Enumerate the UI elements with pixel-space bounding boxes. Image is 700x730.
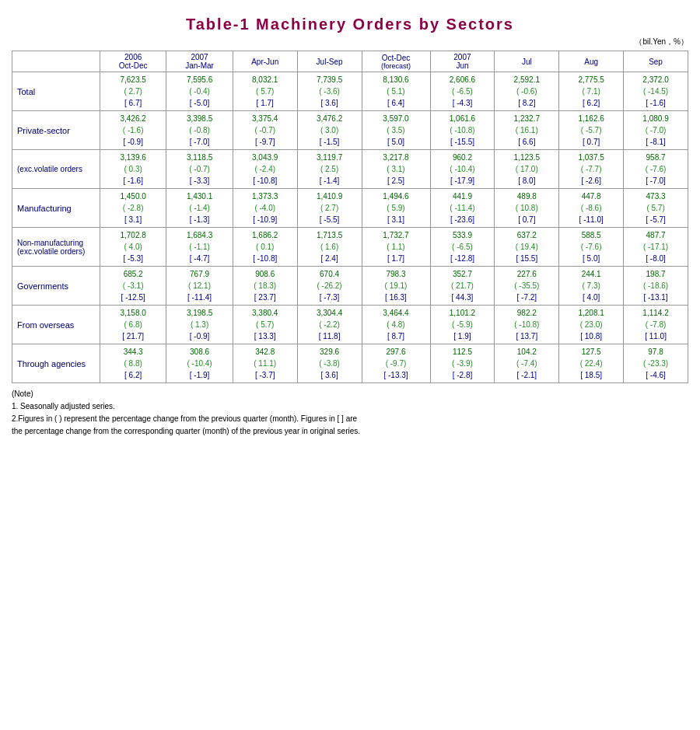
row-label-cell: Governments <box>12 267 100 306</box>
data-cell: 3,139.6( 0.3)[ -1.6] <box>100 150 166 189</box>
table-row: Private-sector3,426.2( -1.6)[ -0.9]3,398… <box>12 111 688 150</box>
col6-header: 2007 Jun <box>430 51 495 72</box>
data-cell: 908.6( 18.3)[ 23.7] <box>233 267 297 306</box>
table-row: From overseas3,158.0( 6.8)[ 21.7]3,198.5… <box>12 306 688 344</box>
data-cell: 441.9( -11.4)[ -23.6] <box>430 189 495 228</box>
table-row: (exc.volatile orders3,139.6( 0.3)[ -1.6]… <box>12 150 688 189</box>
data-cell: 1,713.5( 1.6)[ 2.4] <box>297 228 362 267</box>
notes-title: (Note) <box>12 388 688 400</box>
main-table: 2006 Oct-Dec 2007 Jan-Mar Apr-Jun Jul-Se… <box>12 51 688 383</box>
note-item: 1. Seasonally adjusted series. <box>12 400 688 413</box>
data-cell: 7,623.5( 2.7)[ 6.7] <box>100 72 166 111</box>
data-cell: 3,119.7( 2.5)[ -1.4] <box>297 150 362 189</box>
data-cell: 1,232.7( 16.1)[ 6.6] <box>495 111 559 150</box>
data-cell: 1,702.8( 4.0)[ -5.3] <box>100 228 166 267</box>
data-cell: 3,118.5( -0.7)[ -3.3] <box>166 150 233 189</box>
row-label-cell: Through agencies <box>12 344 100 383</box>
data-cell: 958.7( -7.6)[ -7.0] <box>624 150 688 189</box>
data-cell: 329.6( -3.8)[ 3.6] <box>297 344 362 383</box>
row-label-cell: (exc.volatile orders <box>12 150 100 189</box>
data-cell: 1,373.3( -4.0)[ -10.9] <box>233 189 297 228</box>
table-row: Total7,623.5( 2.7)[ 6.7]7,595.6( -0.4)[ … <box>12 72 688 111</box>
note-item: 2.Figures in ( ) represent the percentag… <box>12 413 688 425</box>
col1-header: 2006 Oct-Dec <box>100 51 166 72</box>
col7-header: Jul <box>495 51 559 72</box>
data-cell: 2,775.5( 7.1)[ 6.2] <box>559 72 624 111</box>
data-cell: 2,372.0( -14.5)[ -1.6] <box>624 72 688 111</box>
data-cell: 1,430.1( -1.4)[ -1.3] <box>166 189 233 228</box>
data-cell: 1,494.6( 5.9)[ 3.1] <box>362 189 430 228</box>
data-cell: 447.8( -8.6)[ -11.0] <box>559 189 624 228</box>
data-cell: 3,426.2( -1.6)[ -0.9] <box>100 111 166 150</box>
data-cell: 227.6( -35.5)[ -7.2] <box>495 267 559 306</box>
unit-label: （bil.Yen，%） <box>12 37 688 47</box>
data-cell: 8,130.6( 5.1)[ 6.4] <box>362 72 430 111</box>
col5-header: Oct-Dec (forecast) <box>362 51 430 72</box>
table-row: Through agencies344.3( 8.8)[ 6.2]308.6( … <box>12 344 688 383</box>
data-cell: 1,037.5( -7.7)[ -2.6] <box>559 150 624 189</box>
data-cell: 3,380.4( 5.7)[ 13.3] <box>233 306 297 344</box>
data-cell: 1,732.7( 1.1)[ 1.7] <box>362 228 430 267</box>
data-cell: 3,597.0( 3.5)[ 5.0] <box>362 111 430 150</box>
data-cell: 1,080.9( -7.0)[ -8.1] <box>624 111 688 150</box>
data-cell: 1,450.0( -2.8)[ 3.1] <box>100 189 166 228</box>
data-cell: 7,595.6( -0.4)[ -5.0] <box>166 72 233 111</box>
data-cell: 533.9( -6.5)[ -12.8] <box>430 228 495 267</box>
data-cell: 1,162.6( -5.7)[ 0.7] <box>559 111 624 150</box>
data-cell: 637.2( 19.4)[ 15.5] <box>495 228 559 267</box>
row-label-cell: From overseas <box>12 306 100 344</box>
data-cell: 1,061.6( -10.8)[ -15.5] <box>430 111 495 150</box>
row-label-cell: Total <box>12 72 100 111</box>
data-cell: 1,410.9( 2.7)[ -5.5] <box>297 189 362 228</box>
data-cell: 198.7( -18.6)[ -13.1] <box>624 267 688 306</box>
data-cell: 1,101.2( -5.9)[ 1.9] <box>430 306 495 344</box>
col8-header: Aug <box>559 51 624 72</box>
data-cell: 3,043.9( -2.4)[ -10.8] <box>233 150 297 189</box>
col9-header: Sep <box>624 51 688 72</box>
data-cell: 489.8( 10.8)[ 0.7] <box>495 189 559 228</box>
table-row: Manufacturing1,450.0( -2.8)[ 3.1]1,430.1… <box>12 189 688 228</box>
data-cell: 7,739.5( -3.6)[ 3.6] <box>297 72 362 111</box>
row-label-cell: Manufacturing <box>12 189 100 228</box>
data-cell: 342.8( 11.1)[ -3.7] <box>233 344 297 383</box>
data-cell: 3,375.4( -0.7)[ -9.7] <box>233 111 297 150</box>
data-cell: 1,684.3( -1.1)[ -4.7] <box>166 228 233 267</box>
data-cell: 97.8( -23.3)[ -4.6] <box>624 344 688 383</box>
data-cell: 473.3( 5.7)[ -5.7] <box>624 189 688 228</box>
col2-header: 2007 Jan-Mar <box>166 51 233 72</box>
data-cell: 798.3( 19.1)[ 16.3] <box>362 267 430 306</box>
data-cell: 960.2( -10.4)[ -17.9] <box>430 150 495 189</box>
page-title: Table-1 Machinery Orders by Sectors <box>12 16 688 33</box>
data-cell: 767.9( 12.1)[ -11.4] <box>166 267 233 306</box>
data-cell: 3,217.8( 3.1)[ 2.5] <box>362 150 430 189</box>
row-label-cell: Non-manufacturing (exc.volatile orders) <box>12 228 100 267</box>
col4-header: Jul-Sep <box>297 51 362 72</box>
data-cell: 1,114.2( -7.8)[ 11.0] <box>624 306 688 344</box>
data-cell: 670.4( -26.2)[ -7.3] <box>297 267 362 306</box>
data-cell: 1,208.1( 23.0)[ 10.8] <box>559 306 624 344</box>
data-cell: 244.1( 7.3)[ 4.0] <box>559 267 624 306</box>
data-cell: 2,592.1( -0.6)[ 8.2] <box>495 72 559 111</box>
col3-header: Apr-Jun <box>233 51 297 72</box>
data-cell: 2,606.6( -6.5)[ -4.3] <box>430 72 495 111</box>
data-cell: 685.2( -3.1)[ -12.5] <box>100 267 166 306</box>
data-cell: 308.6( -10.4)[ -1.9] <box>166 344 233 383</box>
data-cell: 1,686.2( 0.1)[ -10.8] <box>233 228 297 267</box>
data-cell: 104.2( -7.4)[ -2.1] <box>495 344 559 383</box>
data-cell: 3,464.4( 4.8)[ 8.7] <box>362 306 430 344</box>
header-row: 2006 Oct-Dec 2007 Jan-Mar Apr-Jun Jul-Se… <box>12 51 688 72</box>
data-cell: 8,032.1( 5.7)[ 1.7] <box>233 72 297 111</box>
data-cell: 982.2( -10.8)[ 13.7] <box>495 306 559 344</box>
data-cell: 344.3( 8.8)[ 6.2] <box>100 344 166 383</box>
table-row: Non-manufacturing (exc.volatile orders)1… <box>12 228 688 267</box>
notes-section: (Note)1. Seasonally adjusted series.2.Fi… <box>12 388 688 438</box>
data-cell: 112.5( -3.9)[ -2.8] <box>430 344 495 383</box>
note-item: the percentage change from the correspon… <box>12 425 688 438</box>
data-cell: 487.7( -17.1)[ -8.0] <box>624 228 688 267</box>
data-cell: 3,476.2( 3.0)[ -1.5] <box>297 111 362 150</box>
data-cell: 588.5( -7.6)[ 5.0] <box>559 228 624 267</box>
data-cell: 3,158.0( 6.8)[ 21.7] <box>100 306 166 344</box>
data-cell: 1,123.5( 17.0)[ 8.0] <box>495 150 559 189</box>
data-cell: 3,398.5( -0.8)[ -7.0] <box>166 111 233 150</box>
data-cell: 127.5( 22.4)[ 18.5] <box>559 344 624 383</box>
